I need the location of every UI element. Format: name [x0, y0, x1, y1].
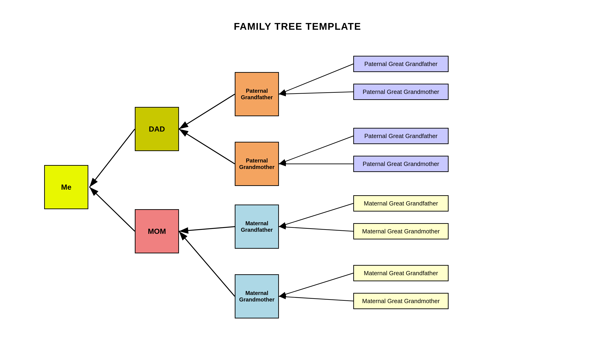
- mom-label: MOM: [148, 227, 166, 236]
- dad-box[interactable]: DAD: [135, 107, 179, 151]
- me-box[interactable]: Me: [44, 165, 88, 209]
- tree-svg: [0, 42, 595, 356]
- svg-line-7: [279, 64, 353, 94]
- gg-pat-gm-2-box[interactable]: Paternal Great Grandmother: [353, 156, 449, 172]
- dad-label: DAD: [149, 125, 165, 133]
- gg-mat-gf-2-box[interactable]: Maternal Great Grandmother: [353, 223, 449, 239]
- paternal-grandmother-label: Paternal Grandmother: [239, 157, 275, 170]
- maternal-grandmother-label: Maternal Grandmother: [239, 290, 275, 303]
- svg-line-4: [179, 129, 235, 164]
- gg-mat-gm-2-box[interactable]: Maternal Great Grandmother: [353, 293, 449, 309]
- svg-line-3: [179, 94, 235, 129]
- mom-box[interactable]: MOM: [135, 209, 179, 253]
- svg-line-12: [279, 227, 353, 231]
- me-label: Me: [61, 183, 71, 192]
- paternal-grandfather-label: Paternal Grandfather: [241, 88, 273, 101]
- page: FAMILY TREE TEMPLATE: [0, 0, 595, 364]
- maternal-grandmother-box[interactable]: Maternal Grandmother: [235, 274, 279, 318]
- gg-pat-gf-1-box[interactable]: Paternal Great Grandfather: [353, 56, 449, 72]
- svg-line-11: [279, 203, 353, 227]
- paternal-grandmother-box[interactable]: Paternal Grandmother: [235, 142, 279, 186]
- svg-line-1: [90, 129, 135, 187]
- gg-pat-gf-2-box[interactable]: Paternal Great Grandmother: [353, 84, 449, 100]
- svg-line-9: [279, 136, 353, 164]
- maternal-grandfather-label: Maternal Grandfather: [241, 220, 273, 233]
- gg-pat-gm-1-box[interactable]: Paternal Great Grandfather: [353, 128, 449, 144]
- page-title: FAMILY TREE TEMPLATE: [0, 0, 595, 32]
- paternal-grandfather-box[interactable]: Paternal Grandfather: [235, 72, 279, 116]
- gg-mat-gm-2-label: Maternal Great Grandmother: [362, 298, 440, 305]
- svg-line-8: [279, 92, 353, 94]
- svg-line-14: [279, 296, 353, 301]
- gg-mat-gf-1-box[interactable]: Maternal Great Grandfather: [353, 195, 449, 212]
- gg-pat-gf-1-label: Paternal Great Grandfather: [364, 60, 437, 68]
- gg-pat-gm-2-label: Paternal Great Grandmother: [363, 160, 439, 168]
- gg-mat-gf-2-label: Maternal Great Grandmother: [362, 228, 440, 235]
- svg-line-13: [279, 273, 353, 296]
- tree-container: Me DAD MOM Paternal Grandfather Paternal…: [0, 42, 595, 356]
- maternal-grandfather-box[interactable]: Maternal Grandfather: [235, 205, 279, 249]
- svg-line-5: [179, 227, 235, 231]
- svg-line-6: [179, 231, 235, 296]
- gg-mat-gm-1-box[interactable]: Maternal Great Grandfather: [353, 265, 449, 281]
- gg-pat-gf-2-label: Paternal Great Grandmother: [363, 88, 439, 96]
- gg-mat-gf-1-label: Maternal Great Grandfather: [364, 200, 438, 207]
- gg-mat-gm-1-label: Maternal Great Grandfather: [364, 270, 438, 277]
- svg-line-2: [90, 187, 135, 231]
- gg-pat-gm-1-label: Paternal Great Grandfather: [364, 133, 437, 140]
